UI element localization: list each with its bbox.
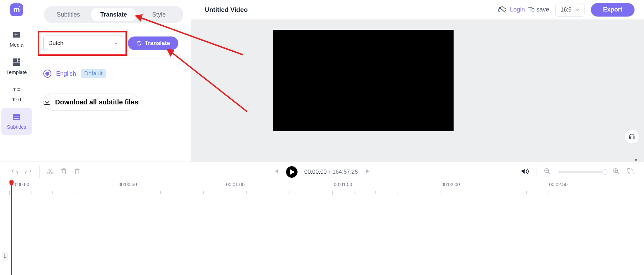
- tab-style[interactable]: Style: [136, 8, 182, 21]
- expand-toggle[interactable]: ▾: [635, 157, 639, 161]
- zoom-in-button[interactable]: [613, 168, 620, 176]
- preview-panel: Untitled Video Login To save 16:9 Export…: [191, 0, 644, 161]
- language-select[interactable]: Dutch: [43, 35, 123, 51]
- timeline-toolbar: 00:00.00 / 164:57.25: [0, 161, 644, 182]
- svg-rect-5: [18, 60, 20, 62]
- ruler-label: 00:00.00: [11, 182, 29, 187]
- subtitle-panel: Subtitles Translate Style Dutch Translat…: [33, 0, 191, 161]
- project-title[interactable]: Untitled Video: [205, 6, 248, 14]
- next-frame-button[interactable]: [365, 168, 371, 176]
- download-all-button[interactable]: Download all subtitle files: [43, 94, 139, 110]
- track-index: 1: [2, 252, 8, 260]
- timeline-ruler[interactable]: 00:00.0000:00.5000:01.0000:01.5000:02.00…: [9, 182, 639, 195]
- svg-rect-6: [13, 62, 20, 66]
- svg-rect-4: [18, 58, 20, 60]
- time-current: 00:00.00: [304, 169, 327, 175]
- sidebar-item-template[interactable]: Template: [1, 53, 32, 80]
- ruler-label: 00:00.50: [118, 182, 137, 187]
- playhead-line: [11, 184, 12, 275]
- preview-header: Untitled Video Login To save 16:9 Export: [191, 0, 644, 20]
- play-button[interactable]: [286, 166, 298, 178]
- tab-subtitles[interactable]: Subtitles: [46, 8, 91, 21]
- zoom-out-button[interactable]: [544, 168, 551, 176]
- tabs-container: Subtitles Translate Style: [33, 0, 191, 23]
- preview-body: ▾: [191, 20, 644, 161]
- prev-frame-button[interactable]: [273, 168, 279, 176]
- language-select-value: Dutch: [48, 40, 63, 47]
- svg-rect-11: [14, 117, 19, 117]
- video-preview[interactable]: [273, 30, 454, 131]
- split-button[interactable]: [47, 168, 54, 176]
- svg-text:T: T: [13, 86, 16, 92]
- redo-button[interactable]: [25, 168, 32, 176]
- ruler-label: 00:02.50: [549, 182, 568, 187]
- cloud-off-icon: [498, 6, 507, 14]
- player-controls: 00:00.00 / 164:57.25: [273, 166, 371, 178]
- download-icon: [44, 99, 50, 105]
- refresh-icon: [136, 40, 142, 46]
- svg-rect-9: [18, 90, 20, 91]
- svg-rect-8: [18, 89, 20, 89]
- export-button[interactable]: Export: [591, 3, 635, 17]
- time-display: 00:00.00 / 164:57.25: [304, 169, 358, 175]
- subtitles-icon: [13, 113, 20, 121]
- translate-button-label: Translate: [145, 40, 170, 47]
- divider: [536, 168, 536, 176]
- chevron-down-icon: [576, 8, 580, 12]
- radio-selected-icon: [43, 70, 51, 78]
- login-link[interactable]: Login: [510, 6, 525, 13]
- language-row-english[interactable]: English Default: [43, 69, 181, 78]
- support-button[interactable]: [624, 129, 639, 144]
- ruler-label: 00:01.00: [226, 182, 245, 187]
- tab-translate[interactable]: Translate: [91, 8, 136, 21]
- zoom-slider[interactable]: [558, 171, 605, 173]
- svg-rect-2: [15, 34, 18, 35]
- headset-icon: [628, 133, 636, 140]
- fit-button[interactable]: [627, 168, 634, 176]
- text-icon: T: [13, 86, 20, 93]
- login-prompt: Login To save: [498, 6, 549, 14]
- sidebar-item-subtitles[interactable]: Subtitles: [1, 108, 32, 135]
- translate-section: Dutch Translate: [33, 27, 191, 58]
- sidebar-item-media[interactable]: Media: [1, 26, 32, 53]
- sidebar-item-label: Template: [6, 69, 27, 75]
- sidebar-item-label: Text: [12, 97, 21, 102]
- language-list: English Default: [33, 58, 191, 78]
- default-badge: Default: [81, 69, 106, 78]
- left-sidebar: Media Template T Text Subtitles: [0, 0, 33, 161]
- add-media-icon: [13, 31, 20, 39]
- zoom-slider-thumb[interactable]: [602, 169, 607, 175]
- sidebar-item-label: Subtitles: [7, 124, 26, 130]
- time-duration: 164:57.25: [332, 169, 358, 175]
- template-icon: [13, 58, 20, 66]
- chevron-down-icon: [114, 41, 118, 45]
- sidebar-item-label: Media: [10, 42, 24, 48]
- crop-button[interactable]: [61, 168, 67, 176]
- delete-button[interactable]: [74, 168, 80, 176]
- svg-rect-3: [13, 58, 17, 62]
- language-name: English: [56, 70, 76, 77]
- translate-button[interactable]: Translate: [128, 36, 178, 50]
- aspect-ratio-select[interactable]: 16:9: [555, 3, 585, 17]
- tabs-pill: Subtitles Translate Style: [44, 6, 183, 23]
- sidebar-item-text[interactable]: T Text: [1, 80, 32, 108]
- svg-rect-12: [14, 118, 19, 119]
- volume-button[interactable]: [521, 168, 529, 176]
- time-separator: /: [329, 169, 330, 175]
- app-logo[interactable]: [10, 3, 23, 16]
- to-save-text: To save: [528, 6, 549, 13]
- download-all-label: Download all subtitle files: [55, 98, 138, 106]
- undo-button[interactable]: [12, 168, 18, 176]
- aspect-ratio-value: 16:9: [560, 6, 572, 13]
- ruler-label: 00:02.00: [441, 182, 460, 187]
- ruler-label: 00:01.50: [334, 182, 352, 187]
